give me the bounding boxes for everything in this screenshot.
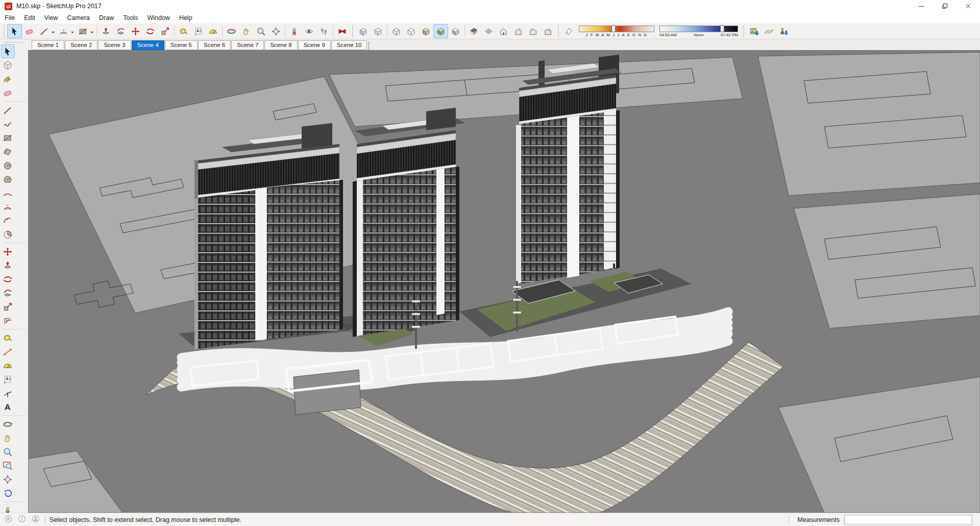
eraser-button[interactable]: [22, 24, 37, 38]
measurements-input[interactable]: [844, 515, 972, 524]
paint-bucket-tool-button[interactable]: [1, 72, 15, 86]
follow-me-tool-button[interactable]: [1, 286, 15, 300]
toggle-terrain-button[interactable]: [762, 24, 776, 38]
push-pull-button[interactable]: [99, 24, 113, 38]
shadow-time-slider[interactable]: 04:53 AMNoon07:42 PM: [659, 26, 738, 37]
menu-window[interactable]: Window: [142, 13, 174, 22]
scene-tab-scene-9[interactable]: Scene 9: [298, 40, 331, 50]
rectangle-dropdown-caret[interactable]: [90, 32, 93, 35]
view-right-button[interactable]: [541, 24, 555, 38]
circle-tool-button[interactable]: [1, 158, 15, 172]
text-tool-button[interactable]: [1, 372, 15, 386]
follow-me-button[interactable]: [113, 24, 128, 38]
add-location-button[interactable]: [747, 24, 762, 38]
photo-textures-button[interactable]: [776, 24, 791, 38]
three-point-arc-tool-button[interactable]: [1, 213, 15, 227]
scene-tab-scene-2[interactable]: Scene 2: [65, 40, 97, 50]
zoom-extents-button[interactable]: [268, 24, 283, 38]
arc-tool-button[interactable]: [1, 186, 15, 200]
menu-tools[interactable]: Tools: [118, 13, 142, 22]
view-back-button[interactable]: [511, 24, 526, 38]
menu-draw[interactable]: Draw: [94, 13, 118, 22]
time-slider-track[interactable]: [659, 26, 738, 32]
pan-button[interactable]: [239, 24, 254, 38]
rectangle-tool-button[interactable]: [1, 131, 15, 145]
viewport-3d-scene[interactable]: [28, 50, 980, 513]
orbit-tool-button[interactable]: [1, 417, 15, 431]
scene-tab-scene-3[interactable]: Scene 3: [98, 40, 131, 50]
rotate-button[interactable]: [143, 24, 158, 38]
offset-tool-button[interactable]: [1, 314, 15, 327]
text-button[interactable]: [191, 24, 206, 38]
zoom-button[interactable]: [254, 24, 268, 38]
view-iso-button[interactable]: [467, 24, 481, 38]
pie-tool-button[interactable]: [1, 227, 15, 241]
scene-tab-scene-8[interactable]: Scene 8: [264, 40, 297, 50]
wireframe-button[interactable]: [389, 24, 404, 38]
walk-button[interactable]: [316, 24, 331, 38]
close-button[interactable]: [957, 0, 980, 12]
menu-view[interactable]: View: [40, 13, 63, 22]
shaded-with-textures-button[interactable]: [433, 24, 448, 38]
time-slider-handle[interactable]: [720, 25, 724, 32]
zoom-window-tool-button[interactable]: [1, 459, 15, 472]
previous-view-tool-button[interactable]: [1, 486, 15, 500]
minimize-button[interactable]: [910, 0, 933, 12]
modeling-viewport[interactable]: [28, 50, 980, 513]
scale-tool-button[interactable]: [1, 300, 15, 314]
back-edges-button[interactable]: [371, 24, 385, 38]
pan-tool-button[interactable]: [1, 431, 15, 445]
zoom-tool-button[interactable]: [1, 445, 15, 459]
axes-tool-button[interactable]: [1, 386, 15, 400]
select-tool-button[interactable]: [1, 44, 15, 58]
scene-tab-scene-10[interactable]: Scene 10: [331, 40, 368, 50]
shadows-toggle-button[interactable]: [561, 24, 576, 38]
push-pull-tool-button[interactable]: [1, 258, 15, 272]
sign-in-status-button[interactable]: [32, 515, 40, 524]
menu-help[interactable]: Help: [175, 13, 197, 22]
tape-measure-button[interactable]: [176, 24, 191, 38]
two-point-arc-dropdown-caret[interactable]: [71, 32, 74, 35]
3d-text-tool-button[interactable]: [1, 400, 15, 414]
menu-camera[interactable]: Camera: [63, 13, 94, 22]
zoom-extents-tool-button[interactable]: [1, 472, 15, 486]
date-slider-track[interactable]: [579, 26, 654, 32]
geolocation-status-button[interactable]: [4, 515, 12, 524]
make-component-tool-button[interactable]: [1, 58, 15, 72]
shadow-date-slider[interactable]: J F M A M J J A S O N D: [579, 26, 654, 37]
line-tool-button[interactable]: [1, 103, 15, 117]
scene-tab-scene-6[interactable]: Scene 6: [198, 40, 231, 50]
scene-tab-scene-4[interactable]: Scene 4: [132, 40, 164, 50]
scene-tab-scene-5[interactable]: Scene 5: [165, 40, 198, 50]
credits-status-button[interactable]: [18, 515, 26, 524]
select-button[interactable]: [7, 24, 22, 38]
view-left-button[interactable]: [526, 24, 541, 38]
hidden-line-button[interactable]: [404, 24, 419, 38]
look-around-button[interactable]: [302, 24, 316, 38]
date-slider-handle[interactable]: [611, 25, 616, 32]
move-button[interactable]: [128, 24, 143, 38]
two-point-arc-tool-button[interactable]: [1, 200, 15, 213]
toolbar-grip[interactable]: [5, 42, 24, 43]
protractor-button[interactable]: [206, 24, 220, 38]
scene-tab-scene-7[interactable]: Scene 7: [231, 40, 264, 50]
two-point-arc-button[interactable]: [56, 24, 71, 38]
monochrome-button[interactable]: [448, 24, 463, 38]
view-front-button[interactable]: [496, 24, 511, 38]
view-top-button[interactable]: [481, 24, 496, 38]
menu-file[interactable]: File: [0, 13, 19, 22]
line-button[interactable]: [37, 24, 52, 38]
restore-button[interactable]: [933, 0, 957, 12]
rectangle-button[interactable]: [76, 24, 90, 38]
shaded-button[interactable]: [419, 24, 433, 38]
dimension-tool-button[interactable]: [1, 345, 15, 358]
rotate-tool-button[interactable]: [1, 272, 15, 286]
scene-tab-scene-1[interactable]: Scene 1: [32, 40, 64, 50]
rotated-rectangle-tool-button[interactable]: [1, 145, 15, 158]
orbit-button[interactable]: [224, 24, 239, 38]
tape-measure-tool-button[interactable]: [1, 331, 15, 345]
scale-button[interactable]: [158, 24, 173, 38]
x-ray-button[interactable]: [356, 24, 371, 38]
eraser-tool-button[interactable]: [1, 86, 15, 100]
polygon-tool-button[interactable]: [1, 172, 15, 186]
